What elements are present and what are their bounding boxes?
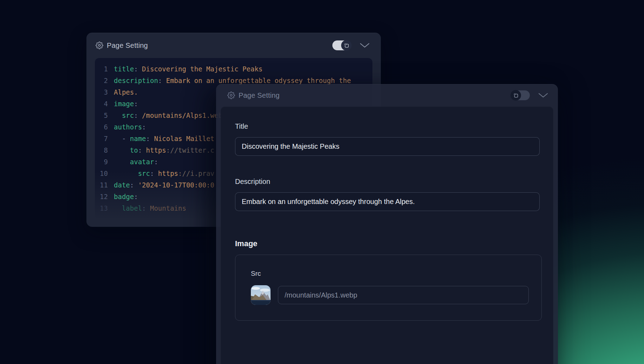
line-number: 13	[95, 203, 108, 214]
description-field-label: Description	[235, 178, 539, 186]
code-text: Alpes.	[108, 87, 138, 98]
panel-title: Page Setting	[107, 41, 148, 50]
code-text: label: Mountains	[108, 203, 186, 214]
title-field-label: Title	[235, 122, 539, 130]
chevron-down-icon[interactable]	[538, 93, 548, 98]
code-text: to: https://twitter.c	[108, 145, 214, 156]
image-group-box: Src	[235, 255, 542, 321]
line-number: 8	[95, 145, 108, 156]
description-input[interactable]	[235, 192, 540, 211]
code-text: src: /mountains/Alps1.webp	[108, 110, 226, 121]
code-view-toggle[interactable]	[511, 90, 530, 100]
code-text: image:	[108, 98, 138, 110]
panel-title: Page Setting	[239, 91, 280, 100]
toggle-thumb	[341, 40, 352, 51]
line-number: 4	[95, 98, 108, 110]
code-text: - name: Nicolas Maillet	[108, 133, 214, 145]
code-text: src: https://i.prav	[108, 168, 214, 179]
panel-header: Page Setting	[216, 84, 558, 107]
image-section-heading: Image	[235, 239, 539, 248]
line-number: 5	[95, 110, 108, 121]
line-number: 3	[95, 87, 108, 98]
code-view-icon	[344, 43, 349, 48]
mountain-photo-thumbnail[interactable]	[251, 285, 271, 305]
line-number: 10	[95, 168, 108, 179]
code-text: avatar:	[108, 156, 158, 168]
code-text: authors:	[108, 121, 146, 133]
image-src-input[interactable]	[278, 286, 529, 304]
line-number: 12	[95, 191, 108, 203]
title-input[interactable]	[235, 137, 540, 156]
code-text: badge:	[108, 191, 138, 203]
line-number: 7	[95, 133, 108, 145]
gear-icon	[227, 91, 235, 99]
page-setting-form: Title Description Image Src	[221, 107, 553, 364]
code-text: date: '2024-10-17T00:00:0	[108, 179, 214, 191]
panel-header: Page Setting	[86, 33, 381, 58]
code-line: 1title: Discovering the Majestic Peaks	[95, 63, 372, 75]
line-number: 2	[95, 75, 108, 87]
page-setting-panel-form-view: Page Setting Title Description Image	[216, 84, 558, 364]
line-number: 6	[95, 121, 108, 133]
line-number: 9	[95, 156, 108, 168]
chevron-down-icon[interactable]	[360, 43, 370, 48]
line-number: 11	[95, 179, 108, 191]
toggle-thumb	[510, 90, 521, 101]
src-field-label: Src	[251, 270, 529, 277]
line-number: 1	[95, 63, 108, 75]
gear-icon	[96, 41, 103, 49]
code-view-toggle[interactable]	[332, 40, 351, 50]
code-view-icon	[513, 93, 519, 98]
code-text: title: Discovering the Majestic Peaks	[108, 63, 262, 75]
